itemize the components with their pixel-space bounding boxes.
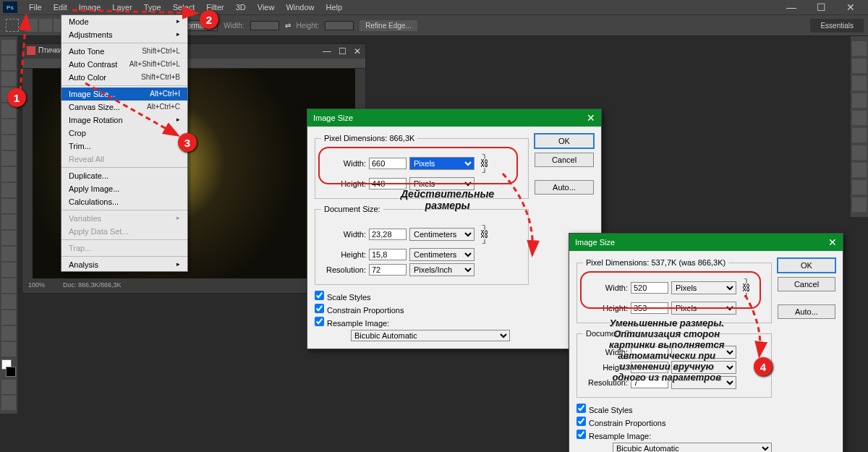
doc-width-unit[interactable]: Centimeters	[409, 228, 475, 241]
resample-checkbox[interactable]	[315, 317, 324, 326]
panel-icon[interactable]	[852, 163, 867, 177]
cancel-button[interactable]: Cancel	[535, 153, 594, 167]
doc-height-input[interactable]	[631, 362, 668, 373]
width-input[interactable]	[250, 21, 279, 30]
constrain-checkbox[interactable]	[576, 417, 586, 426]
menu-layer[interactable]: Layer	[106, 1, 138, 13]
constrain-checkbox[interactable]	[315, 304, 324, 313]
menu-item[interactable]: Calculations...	[61, 195, 187, 208]
dialog-close-icon[interactable]: ✕	[587, 112, 595, 124]
resample-checkbox[interactable]	[576, 430, 586, 439]
px-width-input[interactable]	[369, 158, 407, 169]
menu-image[interactable]: Image	[73, 1, 107, 13]
workspace-essentials[interactable]: Essentials	[810, 19, 864, 33]
menu-item[interactable]: Auto ContrastAlt+Shift+Ctrl+L	[61, 58, 187, 71]
menu-item[interactable]: Auto ColorShift+Ctrl+B	[61, 71, 187, 84]
screenmode-icon[interactable]	[1, 396, 16, 410]
menu-item[interactable]: Adjustments	[61, 28, 187, 41]
ok-button[interactable]: OK	[535, 134, 594, 148]
zoom-level[interactable]: 100%	[28, 281, 45, 289]
link-icon[interactable]: ⛓	[477, 150, 492, 176]
doc-width-input[interactable]	[631, 346, 668, 358]
close-icon[interactable]: ✕	[841, 0, 861, 14]
eraser-tool-icon[interactable]	[1, 199, 16, 213]
doc-close-icon[interactable]: ✕	[354, 46, 361, 56]
stamp-tool-icon[interactable]	[1, 167, 16, 182]
auto-button[interactable]: Auto...	[535, 180, 594, 195]
resolution-input[interactable]	[369, 264, 407, 276]
menu-file[interactable]: File	[23, 1, 48, 13]
move-tool-icon[interactable]	[1, 40, 16, 54]
doc-width-unit[interactable]	[671, 346, 736, 359]
blur-tool-icon[interactable]	[1, 231, 16, 245]
hand-tool-icon[interactable]	[1, 326, 16, 341]
menu-item[interactable]: Trim...	[61, 140, 187, 153]
resolution-unit[interactable]	[671, 376, 736, 389]
maximize-icon[interactable]: ☐	[811, 0, 832, 14]
gradient-tool-icon[interactable]	[1, 215, 16, 229]
menu-item[interactable]: Mode	[61, 15, 187, 28]
scale-styles-checkbox[interactable]	[315, 291, 324, 300]
px-height-unit[interactable]: Pixels	[409, 177, 475, 190]
px-height-input[interactable]	[631, 302, 668, 314]
menu-edit[interactable]: Edit	[48, 1, 73, 13]
doc-width-input[interactable]	[369, 229, 407, 240]
scale-styles-checkbox[interactable]	[576, 404, 586, 413]
panel-icon[interactable]	[852, 111, 867, 125]
height-input[interactable]	[325, 21, 354, 30]
dialog-titlebar[interactable]: Image Size ✕	[307, 109, 601, 127]
px-width-unit[interactable]: Pixels	[409, 157, 475, 170]
shape-tool-icon[interactable]	[1, 310, 16, 325]
menu-item[interactable]: Duplicate...	[61, 169, 187, 182]
swap-icon[interactable]: ⇄	[285, 22, 291, 30]
menu-view[interactable]: View	[252, 1, 281, 13]
menu-item[interactable]: Image Rotation	[61, 114, 187, 127]
dodge-tool-icon[interactable]	[1, 247, 16, 261]
dialog-close-icon[interactable]: ✕	[828, 236, 837, 248]
panel-icon[interactable]	[852, 59, 867, 73]
menu-item[interactable]: Analysis	[61, 258, 187, 271]
auto-button[interactable]: Auto...	[778, 304, 835, 319]
ok-button[interactable]: OK	[778, 258, 835, 273]
color-swatches[interactable]	[1, 359, 16, 377]
menu-item[interactable]: Crop	[61, 127, 187, 140]
resolution-unit[interactable]: Pixels/Inch	[409, 263, 475, 276]
refine-edge-button[interactable]: Refine Edge...	[359, 20, 417, 31]
menu-item[interactable]: Auto ToneShift+Ctrl+L	[61, 45, 187, 58]
doc-height-unit[interactable]	[671, 361, 736, 374]
brush-tool-icon[interactable]	[1, 151, 16, 166]
px-height-unit[interactable]: Pixels	[671, 302, 736, 315]
px-height-input[interactable]	[369, 178, 407, 189]
resolution-input[interactable]	[631, 377, 668, 388]
link-icon[interactable]: ⛓	[477, 221, 492, 247]
path-tool-icon[interactable]	[1, 294, 16, 309]
zoom-tool-icon[interactable]	[1, 342, 16, 357]
menu-window[interactable]: Window	[280, 1, 320, 13]
menu-item[interactable]: Image Size...Alt+Ctrl+I	[61, 88, 187, 101]
panel-icon[interactable]	[852, 41, 867, 56]
menu-item[interactable]: Canvas Size...Alt+Ctrl+C	[61, 101, 187, 114]
marquee-tool-icon[interactable]	[1, 56, 16, 70]
lasso-tool-icon[interactable]	[1, 72, 16, 86]
panel-icon[interactable]	[852, 128, 867, 142]
menu-help[interactable]: Help	[320, 1, 349, 13]
quickmask-icon[interactable]	[1, 380, 16, 394]
px-width-unit[interactable]: Pixels	[671, 281, 736, 294]
menu-3d[interactable]: 3D	[230, 1, 252, 13]
menu-select[interactable]: Select	[167, 1, 201, 13]
resample-method-select[interactable]: Bicubic Automatic	[351, 330, 510, 341]
cancel-button[interactable]: Cancel	[778, 277, 835, 291]
minimize-icon[interactable]: —	[780, 0, 802, 14]
history-brush-tool-icon[interactable]	[1, 183, 16, 197]
heal-tool-icon[interactable]	[1, 135, 16, 150]
eyedropper-tool-icon[interactable]	[1, 119, 16, 134]
doc-height-input[interactable]	[369, 249, 407, 260]
px-width-input[interactable]	[631, 282, 668, 294]
panel-icon[interactable]	[852, 180, 867, 195]
resample-method-select[interactable]: Bicubic Automatic	[613, 443, 772, 452]
pen-tool-icon[interactable]	[1, 263, 16, 277]
doc-max-icon[interactable]: ☐	[339, 46, 346, 56]
panel-icon[interactable]	[852, 197, 867, 212]
panel-icon[interactable]	[852, 93, 867, 108]
marquee-tool-icon[interactable]	[6, 19, 19, 32]
